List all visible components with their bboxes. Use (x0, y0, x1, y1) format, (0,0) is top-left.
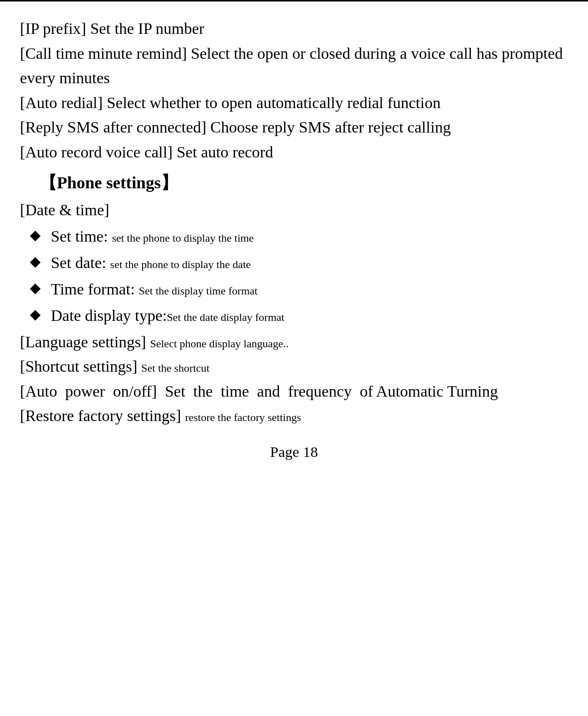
line-auto-redial: [Auto redial] Select whether to open aut… (20, 91, 568, 116)
diamond-icon-2: ◆ (30, 253, 41, 270)
line-ip-prefix: [IP prefix] Set the IP number (20, 16, 568, 41)
time-format-label-large: Time format: (51, 280, 139, 298)
line-language: [Language settings] Select phone display… (20, 330, 568, 355)
bullet-time-format-text: Time format: Set the display time format (51, 277, 258, 302)
line-auto-record: [Auto record voice call] Set auto record (20, 140, 568, 165)
restore-label-large: [Restore factory settings] (20, 407, 185, 425)
language-label-large: [Language settings] (20, 333, 150, 351)
line-reply-sms: [Reply SMS after connected] Choose reply… (20, 115, 568, 140)
bullet-time-format: ◆ Time format: Set the display time form… (20, 277, 568, 302)
diamond-icon-4: ◆ (30, 306, 41, 322)
set-time-label-large: Set time: (51, 227, 112, 245)
line-restore: [Restore factory settings] restore the f… (20, 404, 568, 429)
language-label-small: Select phone display language.. (150, 337, 289, 350)
set-date-label-small: set the phone to display the date (110, 258, 251, 271)
set-time-label-small: set the phone to display the time (112, 232, 254, 244)
shortcut-label-small: Set the shortcut (142, 362, 210, 374)
line-auto-power: [Auto power on/off] Set the time and fre… (20, 379, 568, 404)
date-display-label-large: Date display type: (51, 306, 167, 324)
bullet-date-display-text: Date display type:Set the date display f… (51, 303, 285, 328)
phone-settings-heading: 【Phone settings】 (40, 170, 568, 196)
content-block: [IP prefix] Set the IP number [Call time… (20, 16, 568, 429)
call-time-text: [Call time minute remind] Select the ope… (20, 44, 563, 87)
bullet-date-display: ◆ Date display type:Set the date display… (20, 303, 568, 328)
restore-label-small: restore the factory settings (185, 411, 301, 424)
set-date-label-large: Set date: (51, 254, 110, 272)
date-display-label-small: Set the date display format (167, 311, 285, 323)
auto-power-text: [Auto power on/off] Set the time and fre… (20, 382, 498, 400)
diamond-icon-1: ◆ (30, 227, 41, 243)
page-number: Page 18 (20, 443, 568, 460)
bullet-set-date: ◆ Set date: set the phone to display the… (20, 250, 568, 276)
page-container: [IP prefix] Set the IP number [Call time… (0, 0, 588, 716)
reply-sms-text: [Reply SMS after connected] Choose reply… (20, 118, 451, 136)
shortcut-label-large: [Shortcut settings] (20, 357, 142, 375)
bullet-set-time: ◆ Set time: set the phone to display the… (20, 224, 568, 249)
line-shortcut: [Shortcut settings] Set the shortcut (20, 354, 568, 379)
bullet-set-time-text: Set time: set the phone to display the t… (51, 224, 254, 249)
auto-record-text: [Auto record voice call] Set auto record (20, 143, 273, 161)
auto-redial-text: [Auto redial] Select whether to open aut… (20, 94, 441, 112)
diamond-icon-3: ◆ (30, 280, 41, 296)
line-call-time: [Call time minute remind] Select the ope… (20, 41, 568, 91)
time-format-label-small: Set the display time format (139, 285, 258, 297)
date-time-label: [Date & time] (20, 198, 568, 223)
bullet-set-date-text: Set date: set the phone to display the d… (51, 250, 251, 276)
